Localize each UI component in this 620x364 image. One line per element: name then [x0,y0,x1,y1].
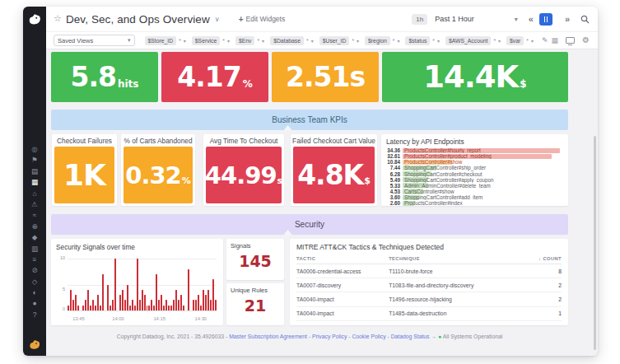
edit-widgets-button[interactable]: + Edit Widgets [234,14,291,25]
table-row[interactable]: TA0040-impactT1485-data-destruction1 [296,307,562,321]
search-icon[interactable] [580,15,590,24]
favorite-star-icon[interactable]: ☆ [54,13,62,24]
table-row[interactable]: TA0007-discoveryT1083-file-and-directory… [296,278,562,292]
variable-caret-down-icon[interactable]: ▾ [357,38,359,44]
variable-caret-down-icon[interactable]: ▾ [227,38,230,44]
infrastructure-icon[interactable]: ⌂ [23,189,46,199]
query-value-widget[interactable]: 4.17% [161,52,268,102]
variable-selected-value[interactable]: * [352,38,354,44]
rum-icon[interactable]: ◐ [23,287,46,298]
dashboards-icon[interactable]: ▦ [23,177,46,188]
apm-icon[interactable]: ◆ [23,232,46,243]
column-header-technique[interactable]: TECHNIQUE [389,256,532,261]
column-header-tactic[interactable]: TACTIC [296,256,389,261]
template-variable-region[interactable]: $region*▾ [365,36,399,45]
signals-count-widget[interactable]: Signals 145 [226,239,284,280]
group-banner-business-kpis[interactable]: Business Team KPIs [51,110,568,130]
toplist-row[interactable]: 5.49ShoppingCartController#apply_coupon [386,177,563,183]
saved-views-dropdown[interactable]: Saved Views ▾ [54,35,135,46]
variable-selected-value[interactable]: * [222,38,225,44]
variable-selected-value[interactable]: * [179,38,181,44]
events-icon[interactable]: ▤ [23,166,46,177]
table-row[interactable]: TA0040-impactT1496-resource-hijacking2 [296,292,562,306]
time-range-label[interactable]: Past 1 Hour [435,15,474,23]
variable-caret-down-icon[interactable]: ▾ [262,38,264,44]
query-value-widget[interactable]: 5.8hits [51,52,158,102]
variable-selected-value[interactable]: * [393,38,395,44]
template-variable-env[interactable]: $Env*▾ [235,36,264,45]
unique-rules-widget[interactable]: Unique Rules 21 [226,283,284,325]
time-caret-down-icon[interactable]: ▾ [515,16,518,23]
notebooks-icon[interactable]: ▥ [23,244,46,254]
security-icon[interactable]: ⊘ [23,265,46,276]
toplist-row[interactable]: 6.28ShoppingCartController#checkout [386,171,563,177]
variable-caret-down-icon[interactable]: ▾ [397,38,399,44]
toplist-row[interactable]: 4.53CartsController#show [386,189,563,194]
query-value-widget[interactable]: 14.4K$ [382,52,568,102]
bits-dog-icon[interactable] [28,338,41,352]
query-value-widget[interactable]: Failed Checkout Cart Value4.8K$ [291,134,377,206]
security-signals-chart-widget[interactable]: Security Signals over time 10 5 0 13:451… [51,239,223,325]
vertical-scrollbar[interactable] [594,136,596,350]
variable-selected-value[interactable]: * [526,38,529,44]
template-variable-var[interactable]: $var*▾ [506,36,534,45]
integrations-icon[interactable]: ⊕ [23,222,46,232]
query-value-widget[interactable]: 2.51s [272,52,379,102]
table-row[interactable]: TA0006-credential-accessT1110-brute-forc… [296,264,562,278]
mitre-attack-table-widget[interactable]: MITRE ATT&CK Tactics & Techniques Detect… [290,239,568,325]
footer-link[interactable]: Privacy Policy [312,334,347,339]
toplist-row[interactable]: 7.44ShoppingCartController#ship_order [386,165,563,170]
chart-bar [144,295,146,310]
variable-selected-value[interactable]: * [257,38,259,44]
help-icon[interactable]: ? [23,310,46,320]
tv-mode-icon[interactable] [566,37,575,44]
variable-caret-down-icon[interactable]: ▾ [531,38,534,44]
widget-title: % of Carts Abandoned [121,134,195,147]
watchdog-icon[interactable]: ⚑ [23,155,46,166]
footer-link[interactable]: Datadog Status [391,334,430,339]
gear-icon[interactable]: ⚙ [582,36,590,44]
logs-icon[interactable]: ≡ [23,254,46,265]
variable-selected-value[interactable]: * [306,38,309,44]
synthetics-icon[interactable]: ◇ [23,277,46,287]
chart-bar [163,306,165,310]
query-value-widget[interactable]: Checkout Failures1K [52,134,117,206]
toplist-row[interactable]: 32.61ProductsController#product_modeling [386,153,563,159]
rewind-icon[interactable]: « [529,15,534,24]
template-variable-store_id[interactable]: $Store_ID*▾ [145,36,186,45]
metrics-icon[interactable]: ≈ [23,210,46,221]
time-badge[interactable]: 1h [412,14,427,25]
variable-caret-down-icon[interactable]: ▾ [437,38,440,44]
monitors-icon[interactable]: ⚠ [23,199,46,210]
variable-selected-value[interactable]: * [432,38,435,44]
toplist-row[interactable]: 2.60ProductsController#index [386,200,563,206]
fast-forward-icon[interactable]: » [565,15,570,24]
datadog-logo[interactable] [27,12,42,27]
search-icon[interactable]: ◎ [23,144,46,155]
variable-caret-down-icon[interactable]: ▾ [498,38,501,44]
chat-icon[interactable]: ● [23,298,46,309]
group-banner-security[interactable]: Security [51,214,568,235]
title-chevron-down-icon[interactable]: ∨ [215,16,220,23]
pause-button[interactable] [539,13,552,26]
toplist-row[interactable]: 34.36ProductsController#hourly_report [386,147,563,153]
template-variable-service[interactable]: $Service*▾ [192,36,230,45]
toplist-row[interactable]: 3.60ShoppingCartController#add_item [386,194,563,200]
query-value-widget[interactable]: Avg Time To Checkout44.99s [203,134,284,206]
template-variable-database[interactable]: $Database*▾ [270,36,314,45]
template-variable-aws_account[interactable]: $AWS_Account*▾ [445,36,501,45]
variable-caret-down-icon[interactable]: ▾ [184,38,186,44]
template-variable-status[interactable]: $status*▾ [405,36,440,45]
grid-view-icon[interactable]: ▦ [552,37,559,44]
latency-by-api-endpoints-widget[interactable]: Latency by API Endpoints 34.36ProductsCo… [381,134,568,206]
toplist-row[interactable]: 10.84ProductsController#show [386,159,563,165]
column-header-count[interactable]: ↓ COUNT [532,256,562,261]
edit-variables-pencil-icon[interactable]: ✎ [542,36,548,44]
variable-selected-value[interactable]: * [493,38,496,44]
variable-caret-down-icon[interactable]: ▾ [311,38,314,44]
footer-link[interactable]: Cookie Policy [352,334,385,339]
query-value-widget[interactable]: % of Carts Abandoned0.32% [121,134,195,206]
footer-link[interactable]: Master Subscription Agreement [229,334,307,339]
template-variable-user_id[interactable]: $User_ID*▾ [319,36,359,45]
toplist-row[interactable]: 5.33Admin::AdminController#delete_team [386,183,563,189]
